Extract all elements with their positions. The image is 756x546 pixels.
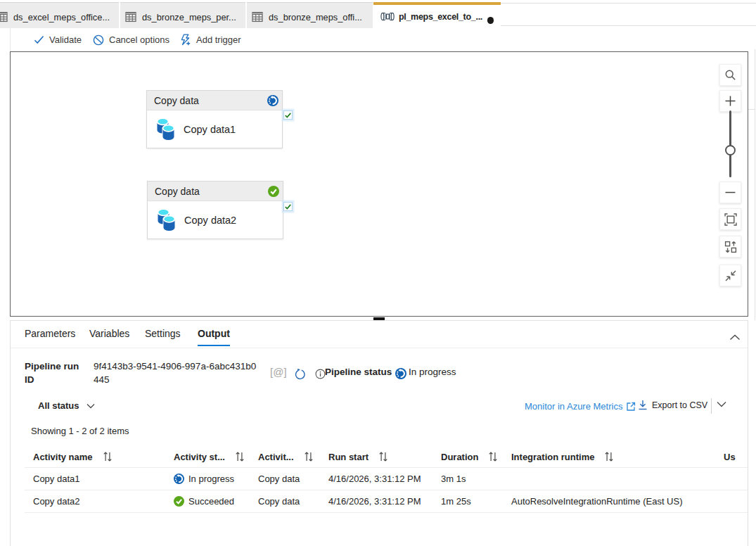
pipeline-properties-panel: Parameters Variables Settings Output Pip… <box>10 320 748 546</box>
unsaved-indicator-dot <box>487 17 494 24</box>
cell-activity-type: Copy data <box>258 490 300 512</box>
collapse-panel-button[interactable] <box>729 331 745 343</box>
cancel-options-button[interactable]: Cancel options <box>93 28 169 51</box>
minus-icon <box>724 186 736 198</box>
table-row[interactable]: Copy data2 Succeeded Copy data 4/16/2026… <box>25 490 748 513</box>
status-filter-dropdown[interactable]: All status <box>38 400 95 411</box>
zoom-out-button[interactable] <box>719 182 741 203</box>
pipeline-status-value: In progress <box>409 367 456 377</box>
activity-card-copy-data2[interactable]: Copy data Copy data2 <box>147 181 283 239</box>
canvas-search-button[interactable] <box>719 64 741 86</box>
export-label: Export to CSV <box>652 400 707 410</box>
sort-icon[interactable] <box>488 452 498 462</box>
table-header-row: Activity name Activity st... Activit... … <box>25 446 748 468</box>
column-header[interactable]: Integration runtime <box>511 452 594 462</box>
validate-check-icon <box>34 35 44 44</box>
external-link-icon <box>626 402 636 412</box>
pipeline-run-id-value: 9f4143b3-9541-4906-997a-6abc431b0445 <box>94 360 259 386</box>
column-header[interactable]: Run start <box>328 452 369 462</box>
sort-icon[interactable] <box>604 452 614 462</box>
zoom-to-fit-button[interactable] <box>719 208 741 230</box>
status-text: Succeeded <box>188 496 234 507</box>
activity-runs-table: Activity name Activity st... Activit... … <box>25 446 748 513</box>
tab-bar-filler <box>501 3 756 26</box>
button-label: Add trigger <box>196 34 241 45</box>
cancel-circle-icon <box>93 34 104 46</box>
cell-activity-name: Copy data2 <box>33 490 80 512</box>
header-cell: Activit... <box>258 446 314 467</box>
header-cell: Activity name <box>33 446 113 467</box>
activity-card-copy-data1[interactable]: Copy data Copy data1 <box>146 90 283 148</box>
tab-dataset-1[interactable]: ds_excel_meps_office... <box>0 2 119 28</box>
sort-icon[interactable] <box>304 452 314 462</box>
tab-pipeline-active[interactable]: pl_meps_excel_to_... <box>373 2 501 28</box>
status-text: In progress <box>188 474 234 484</box>
collapse-arrows-icon <box>724 269 737 282</box>
refresh-button[interactable] <box>294 368 307 381</box>
auto-align-icon <box>724 241 737 253</box>
download-icon <box>638 400 648 410</box>
column-header[interactable]: Duration <box>441 452 478 462</box>
copy-data-icon <box>157 118 174 141</box>
add-trigger-lightning-icon <box>179 34 191 46</box>
tab-output[interactable]: Output <box>198 328 230 346</box>
dataset-icon <box>0 11 8 23</box>
activity-card-header: Copy data <box>147 91 282 110</box>
tab-variables[interactable]: Variables <box>89 328 129 346</box>
cell-integration-runtime: AutoResolveIntegrationRuntime (East US) <box>511 490 683 512</box>
header-cell: Duration <box>441 446 498 467</box>
table-row[interactable]: Copy data1 In progress Copy data 4/16/20… <box>25 468 748 490</box>
copy-data-icon <box>158 209 175 232</box>
pipeline-canvas[interactable]: Copy data Copy data1 <box>10 51 748 317</box>
copy-run-id-icon[interactable]: [@] <box>270 366 287 378</box>
add-trigger-button[interactable]: Add trigger <box>179 28 241 51</box>
chevron-down-icon <box>717 401 726 407</box>
filter-label: All status <box>38 400 79 411</box>
tab-label: pl_meps_excel_to_... <box>399 12 482 22</box>
validate-button[interactable]: Validate <box>34 28 82 51</box>
dataset-icon <box>252 11 263 23</box>
activity-checkbox[interactable] <box>283 202 293 211</box>
pipeline-toolbar: Validate Cancel options Add trigger <box>10 28 748 51</box>
column-header[interactable]: Activit... <box>258 452 294 462</box>
header-cell: Activity st... <box>174 446 245 467</box>
dataset-icon <box>125 11 136 23</box>
panel-tabs-divider <box>11 348 748 348</box>
zoom-in-button[interactable] <box>719 90 741 112</box>
tab-dataset-3[interactable]: ds_bronze_meps_offi... <box>247 2 373 28</box>
collapse-canvas-button[interactable] <box>719 265 741 286</box>
sort-icon[interactable] <box>103 452 113 462</box>
tab-label: ds_excel_meps_office... <box>13 12 110 23</box>
tab-parameters[interactable]: Parameters <box>25 328 75 346</box>
zoom-to-fit-icon <box>724 213 737 226</box>
link-label: Monitor in Azure Metrics <box>525 401 622 412</box>
activity-card-body: Copy data2 <box>148 201 283 239</box>
plus-icon <box>724 95 736 107</box>
cell-activity-type: Copy data <box>258 468 300 490</box>
monitor-in-azure-metrics-link[interactable]: Monitor in Azure Metrics <box>525 401 636 412</box>
checkbox-check-icon <box>285 113 291 118</box>
export-to-csv-button[interactable]: Export to CSV <box>638 400 707 410</box>
scrollbar-tick <box>748 109 755 110</box>
column-header[interactable]: Us <box>724 452 736 462</box>
activity-checkbox[interactable] <box>283 110 293 120</box>
column-header[interactable]: Activity st... <box>174 452 225 462</box>
sort-icon[interactable] <box>378 452 388 462</box>
cell-duration: 3m 1s <box>441 468 466 490</box>
search-icon <box>724 69 736 81</box>
tab-settings[interactable]: Settings <box>145 328 181 346</box>
zoom-slider-handle[interactable] <box>725 145 736 155</box>
header-cell: Us <box>724 446 736 467</box>
auto-align-button[interactable] <box>719 236 741 258</box>
header-cell: Run start <box>328 446 388 467</box>
checkbox-check-icon <box>285 204 291 210</box>
cell-activity-status: Succeeded <box>174 490 234 512</box>
more-options-chevron[interactable] <box>717 401 726 407</box>
tab-dataset-2[interactable]: ds_bronze_meps_per... <box>120 2 245 28</box>
sort-icon[interactable] <box>235 452 245 462</box>
zoom-slider-track[interactable] <box>729 110 731 177</box>
header-cell: Integration runtime <box>511 446 614 467</box>
pipeline-icon <box>380 11 395 23</box>
pipeline-status-label: Pipeline status <box>325 367 392 377</box>
column-header[interactable]: Activity name <box>33 452 93 462</box>
